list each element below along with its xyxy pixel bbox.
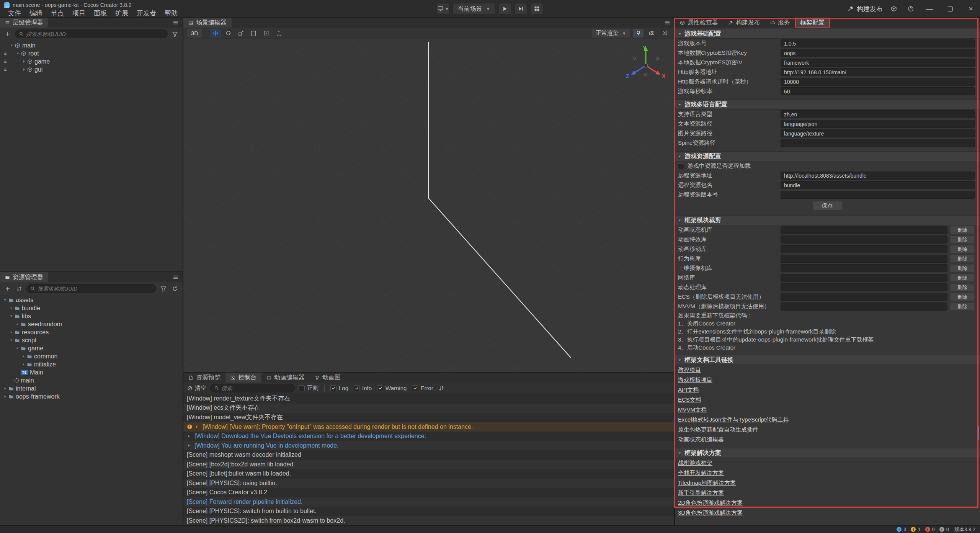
- tree-caret-icon[interactable]: [2, 394, 8, 399]
- property-input[interactable]: [781, 87, 975, 95]
- menu-item-6[interactable]: 开发者: [132, 9, 160, 18]
- scene-settings-button[interactable]: [660, 29, 670, 38]
- section-header[interactable]: 框架解决方案: [675, 448, 980, 458]
- doc-link[interactable]: 原生包热更新配置自动生成插件: [678, 426, 758, 433]
- tree-row-gui[interactable]: gui: [0, 65, 183, 74]
- axis-gizmo[interactable]: X Y Z: [623, 44, 669, 83]
- console-tab-3[interactable]: 动画图: [310, 373, 346, 383]
- tree-row-game[interactable]: game: [0, 57, 183, 65]
- property-input[interactable]: [781, 110, 975, 118]
- console-search-input[interactable]: [221, 385, 291, 391]
- expand-caret-icon[interactable]: [187, 434, 194, 438]
- tree-row-assets[interactable]: assets: [0, 296, 183, 304]
- inspector-tab-2[interactable]: 服务: [765, 18, 795, 28]
- delete-module-button[interactable]: 删除: [950, 235, 975, 244]
- menu-item-7[interactable]: 帮助: [160, 9, 182, 18]
- clear-console-button[interactable]: 清空: [187, 384, 206, 392]
- status-badge-warning[interactable]: !1: [911, 526, 920, 532]
- delete-module-button[interactable]: 删除: [950, 283, 975, 291]
- scrollbar-thumb[interactable]: [977, 426, 979, 440]
- menu-item-2[interactable]: 节点: [47, 9, 68, 18]
- tree-row-root[interactable]: root: [0, 49, 183, 57]
- tree-row-internal[interactable]: internal: [0, 384, 183, 392]
- menu-item-3[interactable]: 项目: [68, 9, 90, 18]
- delete-module-button[interactable]: 删除: [950, 255, 975, 263]
- doc-link[interactable]: 2D角色扮演游戏解决方案: [678, 499, 743, 507]
- rotate-tool-button[interactable]: [223, 29, 234, 38]
- scene-tab[interactable]: 场景编辑器: [183, 18, 232, 28]
- tree-caret-icon[interactable]: [2, 386, 8, 391]
- tree-row-bundle[interactable]: bundle: [0, 304, 183, 312]
- property-input[interactable]: [781, 120, 975, 128]
- filter-icon[interactable]: [159, 284, 168, 293]
- sort-assets-button[interactable]: [15, 284, 23, 293]
- menu-item-1[interactable]: 编辑: [25, 9, 47, 18]
- log-row-12[interactable]: [Scene] [PHYSICS]: switch from builtin t…: [183, 507, 674, 516]
- status-badge-info[interactable]: !3: [897, 526, 906, 532]
- section-header[interactable]: 游戏多语言配置: [675, 100, 980, 110]
- log-row-6[interactable]: [Scene] meshopt wasm decoder initialized: [183, 450, 674, 460]
- doc-link[interactable]: 教程项目: [678, 366, 701, 374]
- assets-search-input[interactable]: [38, 286, 152, 292]
- help-button[interactable]: [905, 3, 916, 15]
- regex-checkbox[interactable]: 正则: [299, 384, 318, 392]
- step-button[interactable]: [514, 3, 527, 15]
- menu-item-0[interactable]: 文件: [4, 9, 25, 18]
- scale-tool-button[interactable]: [235, 29, 246, 38]
- tree-caret-icon[interactable]: [8, 306, 15, 310]
- move-tool-button[interactable]: [210, 29, 221, 38]
- minimize-button[interactable]: —: [922, 0, 937, 18]
- console-tab-0[interactable]: 资源预览: [183, 373, 225, 383]
- checkbox-error[interactable]: [412, 385, 418, 391]
- hierarchy-tab[interactable]: 层级管理器: [0, 18, 48, 28]
- filter-log[interactable]: Log: [330, 385, 348, 391]
- tree-caret-icon[interactable]: [8, 338, 15, 342]
- tree-caret-icon[interactable]: [20, 362, 27, 366]
- panel-menu-icon[interactable]: [666, 373, 674, 383]
- rect-tool-button[interactable]: [248, 29, 259, 38]
- checkbox-log[interactable]: [330, 385, 336, 391]
- regex-checkbox-box[interactable]: [299, 385, 305, 391]
- coordinate-toggle-button[interactable]: [273, 29, 284, 38]
- inspector-tab-3[interactable]: 框架配置: [795, 18, 830, 28]
- property-input[interactable]: [781, 129, 975, 137]
- collapse-logs-icon[interactable]: [437, 384, 446, 392]
- menu-item-5[interactable]: 扩展: [111, 9, 132, 18]
- tree-caret-icon[interactable]: [20, 354, 27, 358]
- inspector-tab-1[interactable]: 构建发布: [723, 18, 765, 28]
- delete-module-button[interactable]: 删除: [950, 302, 975, 311]
- doc-link[interactable]: 全栈开发解决方案: [678, 469, 724, 477]
- render-mode-select[interactable]: 正常渲染 ▼: [592, 29, 630, 38]
- log-row-11[interactable]: [Scene] Forward render pipeline initiali…: [183, 497, 674, 507]
- scene-camera-button[interactable]: [646, 29, 657, 38]
- hierarchy-search-input[interactable]: [26, 31, 164, 37]
- build-publish-button[interactable]: 构建发布: [848, 5, 883, 13]
- assets-tab[interactable]: 资源管理器: [0, 272, 48, 282]
- inspector-tab-0[interactable]: 属性检查器: [675, 18, 723, 28]
- remote-load-checkbox[interactable]: [678, 163, 684, 169]
- tree-caret-icon[interactable]: [2, 298, 8, 302]
- filter-icon[interactable]: [171, 30, 179, 38]
- menu-item-4[interactable]: 面板: [90, 9, 111, 18]
- doc-link[interactable]: Tiledmap地图解决方案: [678, 479, 736, 487]
- doc-link[interactable]: MVVM文档: [678, 406, 707, 414]
- tree-caret-icon[interactable]: [15, 51, 21, 56]
- expand-caret-icon[interactable]: [187, 443, 194, 448]
- layout-grid-button[interactable]: [530, 3, 543, 15]
- delete-module-button[interactable]: 删除: [950, 264, 975, 272]
- add-asset-button[interactable]: [3, 284, 12, 293]
- doc-link[interactable]: ECS文档: [678, 396, 701, 404]
- tree-row-script[interactable]: script: [0, 336, 183, 344]
- console-tab-1[interactable]: 控制台: [225, 373, 261, 383]
- section-header[interactable]: 游戏资源配置: [675, 151, 980, 161]
- mode-3d-toggle[interactable]: 3D: [187, 29, 202, 38]
- doc-link[interactable]: 游戏模板项目: [678, 376, 712, 384]
- refresh-icon[interactable]: [171, 284, 179, 293]
- tree-caret-icon[interactable]: [8, 43, 15, 47]
- log-row-1[interactable]: [Window] ecs文件夹不存在: [183, 404, 674, 413]
- property-input[interactable]: [781, 172, 975, 180]
- log-row-13[interactable]: [Scene] [PHYSICS2D]: switch from box2d-w…: [183, 516, 674, 526]
- status-badge-error[interactable]: !0: [925, 526, 935, 532]
- section-header[interactable]: 框架模块裁剪: [675, 215, 980, 225]
- doc-link[interactable]: Excel格式转Json文件与TypeScript代码工具: [678, 416, 789, 423]
